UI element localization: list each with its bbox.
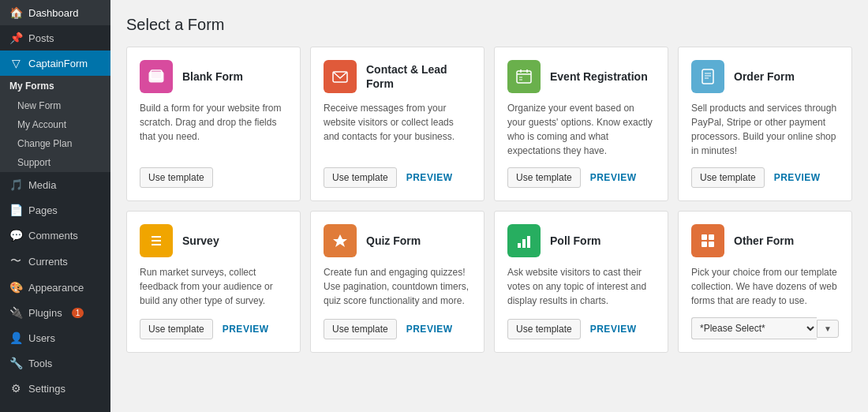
blank-use-template-button[interactable]: Use template [140, 167, 213, 188]
sidebar-item-media[interactable]: 🎵 Media [0, 172, 110, 197]
sidebar-label-appearance: Appearance [28, 282, 84, 294]
sidebar-subitem-support[interactable]: Support [0, 153, 110, 172]
card-order: Order Form Sell products and services th… [678, 47, 852, 201]
sidebar-item-settings[interactable]: ⚙ Settings [0, 376, 110, 401]
other-form-footer: *Please Select* ▼ [691, 317, 839, 339]
poll-form-title: Poll Form [550, 234, 601, 248]
order-form-footer: Use template PREVIEW [691, 167, 839, 188]
contact-form-title: Contact & Lead Form [366, 62, 471, 91]
event-use-template-button[interactable]: Use template [507, 167, 581, 188]
users-icon: 👤 [9, 331, 22, 344]
blank-form-icon [140, 60, 173, 93]
order-form-desc: Sell products and services through PayPa… [691, 101, 839, 158]
svg-rect-19 [522, 239, 526, 248]
appearance-icon: 🎨 [9, 281, 22, 294]
contact-preview-button[interactable]: PREVIEW [406, 172, 453, 183]
card-header-survey: Survey [140, 224, 287, 257]
svg-marker-17 [333, 234, 347, 247]
quiz-preview-button[interactable]: PREVIEW [406, 324, 453, 335]
card-header-quiz: Quiz Form [324, 224, 471, 257]
card-contact: Contact & Lead Form Receive messages fro… [310, 47, 485, 201]
event-form-title: Event Registration [550, 69, 648, 84]
posts-icon: 📌 [9, 32, 22, 44]
select-arrow-button[interactable]: ▼ [817, 320, 839, 338]
comments-icon: 💬 [9, 229, 22, 242]
order-form-icon [691, 60, 724, 93]
sidebar-item-dashboard[interactable]: 🏠 Dashboard [0, 0, 110, 25]
card-header-contact: Contact & Lead Form [324, 60, 471, 93]
sidebar-item-currents[interactable]: 〜 Currents [0, 248, 110, 275]
card-survey: Survey Run market surveys, collect feedb… [126, 211, 301, 353]
svg-rect-2 [149, 72, 163, 82]
survey-form-title: Survey [182, 234, 219, 248]
my-forms-label: My Forms [0, 76, 110, 96]
event-preview-button[interactable]: PREVIEW [590, 172, 637, 183]
sidebar-item-users[interactable]: 👤 Users [0, 325, 110, 350]
sidebar-item-tools[interactable]: 🔧 Tools [0, 350, 110, 376]
sidebar-item-posts[interactable]: 📌 Posts [0, 25, 110, 51]
other-form-select-wrapper: *Please Select* ▼ [691, 317, 839, 339]
sidebar-label-comments: Comments [28, 230, 78, 242]
card-header-poll: Poll Form [507, 224, 655, 257]
sidebar-label-dashboard: Dashboard [28, 7, 79, 19]
sidebar-item-plugins[interactable]: 🔌 Plugins 1 [0, 300, 110, 325]
event-form-icon [507, 60, 541, 93]
other-form-desc: Pick your choice from our template colle… [691, 265, 839, 308]
card-header-blank: Blank Form [140, 60, 287, 93]
svg-rect-24 [709, 242, 714, 247]
sidebar-label-tools: Tools [28, 358, 52, 369]
survey-form-desc: Run market surveys, collect feedback fro… [140, 265, 287, 309]
contact-form-icon [324, 60, 357, 93]
poll-form-footer: Use template PREVIEW [507, 319, 655, 339]
card-blank: Blank Form Build a form for your website… [126, 47, 301, 201]
sidebar-subitem-my-account[interactable]: My Account [0, 115, 110, 134]
survey-preview-button[interactable]: PREVIEW [223, 324, 269, 335]
forms-grid: Blank Form Build a form for your website… [126, 47, 852, 353]
other-form-title: Other Form [734, 234, 794, 248]
media-icon: 🎵 [9, 178, 22, 191]
order-preview-button[interactable]: PREVIEW [774, 172, 821, 183]
sidebar-label-settings: Settings [28, 383, 65, 395]
page-title: Select a Form [126, 16, 852, 34]
blank-form-footer: Use template [140, 167, 287, 188]
svg-rect-21 [702, 234, 707, 240]
sidebar-label-users: Users [28, 332, 55, 344]
poll-preview-button[interactable]: PREVIEW [590, 324, 637, 335]
sidebar-item-appearance[interactable]: 🎨 Appearance [0, 275, 110, 300]
sidebar-item-pages[interactable]: 📄 Pages [0, 197, 110, 223]
sidebar-label-media: Media [28, 179, 56, 191]
blank-form-title: Blank Form [182, 69, 243, 84]
other-form-select[interactable]: *Please Select* [691, 317, 817, 339]
svg-rect-20 [527, 236, 530, 248]
event-form-footer: Use template PREVIEW [507, 167, 655, 188]
survey-form-footer: Use template PREVIEW [140, 319, 287, 339]
order-use-template-button[interactable]: Use template [691, 167, 765, 188]
sidebar-subitem-new-form[interactable]: New Form [0, 96, 110, 115]
poll-form-desc: Ask website visitors to cast their votes… [507, 265, 655, 309]
contact-form-desc: Receive messages from your website visit… [324, 101, 471, 158]
svg-rect-22 [709, 234, 714, 240]
svg-rect-23 [702, 242, 707, 247]
my-forms-section: My Forms New Form My Account Change Plan… [0, 76, 110, 172]
sidebar-label-pages: Pages [28, 204, 58, 216]
sidebar: 🏠 Dashboard 📌 Posts ▽ CaptainForm My For… [0, 0, 110, 412]
survey-form-icon [140, 224, 173, 257]
plugins-badge: 1 [72, 308, 84, 318]
card-header-event: Event Registration [507, 60, 655, 93]
poll-use-template-button[interactable]: Use template [507, 319, 581, 339]
sidebar-label-plugins: Plugins [28, 307, 62, 319]
quiz-use-template-button[interactable]: Use template [324, 319, 397, 339]
sidebar-item-captainform[interactable]: ▽ CaptainForm [0, 51, 110, 76]
currents-icon: 〜 [9, 254, 22, 268]
sidebar-item-comments[interactable]: 💬 Comments [0, 223, 110, 248]
sidebar-subitem-change-plan[interactable]: Change Plan [0, 134, 110, 153]
main-content: Select a Form Blank Form Build a form fo… [110, 0, 868, 412]
svg-rect-4 [517, 71, 531, 83]
pages-icon: 📄 [9, 204, 22, 216]
svg-rect-10 [702, 69, 713, 84]
tools-icon: 🔧 [9, 357, 22, 369]
survey-use-template-button[interactable]: Use template [140, 319, 213, 339]
contact-use-template-button[interactable]: Use template [324, 167, 397, 188]
quiz-form-footer: Use template PREVIEW [324, 319, 471, 339]
card-event: Event Registration Organize your event b… [494, 47, 668, 201]
